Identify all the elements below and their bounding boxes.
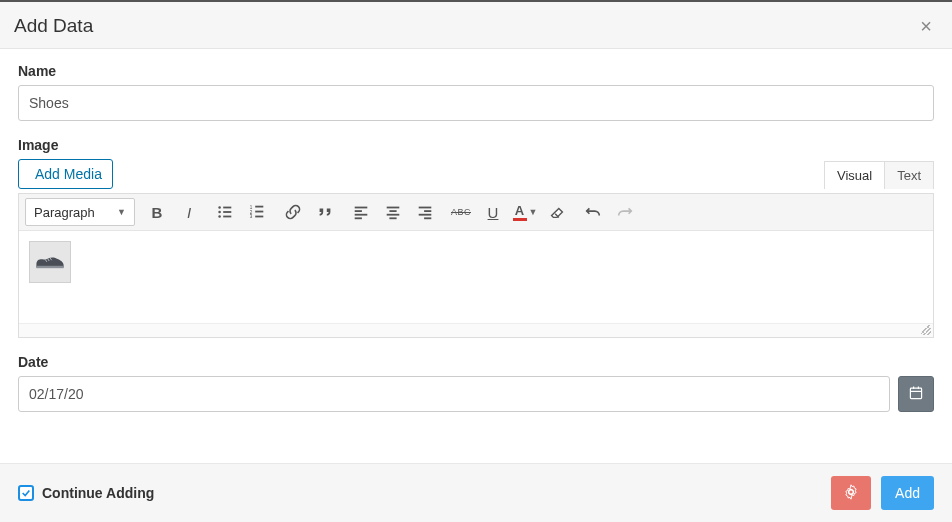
svg-rect-8: [255, 206, 263, 208]
bullet-list-button[interactable]: [211, 198, 239, 226]
content-image-thumbnail[interactable]: [29, 241, 71, 283]
modal-body: Name Image Add Media Visual Text: [0, 49, 952, 463]
clear-format-button[interactable]: [543, 198, 571, 226]
continue-adding-label: Continue Adding: [42, 485, 154, 501]
svg-rect-10: [255, 211, 263, 213]
add-media-label: Add Media: [35, 166, 102, 182]
toolbar-group-align: [347, 198, 439, 226]
svg-rect-25: [36, 265, 63, 267]
eraser-icon: [548, 203, 566, 221]
toolbar-group-format: ABC U A ▼: [447, 198, 571, 226]
image-top-row: Add Media Visual Text: [18, 159, 934, 189]
svg-rect-19: [387, 214, 400, 216]
close-icon: ×: [920, 15, 932, 37]
modal-footer: Continue Adding Add: [0, 463, 952, 522]
tab-visual[interactable]: Visual: [824, 161, 885, 189]
editor-content[interactable]: [19, 231, 933, 323]
underline-button[interactable]: U: [479, 198, 507, 226]
italic-button[interactable]: I: [175, 198, 203, 226]
name-group: Name: [18, 63, 934, 121]
bullet-list-icon: [216, 203, 234, 221]
chevron-down-icon: ▼: [117, 207, 126, 217]
continue-adding-group: Continue Adding: [18, 485, 154, 501]
svg-point-5: [218, 215, 221, 218]
modal-title: Add Data: [14, 15, 93, 37]
resize-handle[interactable]: [921, 325, 931, 335]
toolbar-group-history: [579, 198, 639, 226]
add-button[interactable]: Add: [881, 476, 934, 510]
svg-point-1: [218, 206, 221, 209]
date-label: Date: [18, 354, 934, 370]
modal-header: Add Data ×: [0, 2, 952, 49]
svg-rect-15: [355, 214, 368, 216]
svg-point-3: [218, 211, 221, 214]
link-button[interactable]: [279, 198, 307, 226]
svg-rect-22: [424, 210, 431, 212]
svg-rect-2: [223, 207, 231, 209]
format-select[interactable]: Paragraph ▼: [25, 198, 135, 226]
image-label: Image: [18, 137, 934, 153]
rich-text-editor: Paragraph ▼ B I 123: [18, 193, 934, 338]
numbered-list-button[interactable]: 123: [243, 198, 271, 226]
date-group: Date: [18, 354, 934, 412]
name-label: Name: [18, 63, 934, 79]
redo-button[interactable]: [611, 198, 639, 226]
svg-rect-6: [223, 216, 231, 218]
date-input[interactable]: [18, 376, 890, 412]
gear-icon: [843, 484, 859, 503]
svg-rect-14: [355, 210, 362, 212]
tab-text[interactable]: Text: [885, 161, 934, 189]
editor-footer: [19, 323, 933, 337]
svg-rect-13: [355, 207, 368, 209]
align-left-icon: [352, 203, 370, 221]
text-color-icon: A: [513, 204, 527, 221]
redo-icon: [616, 203, 634, 221]
align-right-icon: [416, 203, 434, 221]
toolbar-group-insert: [279, 198, 339, 226]
align-center-button[interactable]: [379, 198, 407, 226]
chevron-down-icon: ▼: [529, 207, 538, 217]
svg-rect-17: [387, 207, 400, 209]
quote-icon: [316, 203, 334, 221]
svg-rect-21: [419, 207, 432, 209]
svg-rect-18: [389, 210, 396, 212]
toolbar-group-text: B I: [143, 198, 203, 226]
svg-rect-26: [910, 388, 921, 398]
bold-icon: B: [152, 204, 163, 221]
add-button-label: Add: [895, 485, 920, 501]
strikethrough-button[interactable]: ABC: [447, 198, 475, 226]
continue-adding-checkbox[interactable]: [18, 485, 34, 501]
editor-toolbar: Paragraph ▼ B I 123: [19, 194, 933, 231]
svg-rect-12: [255, 216, 263, 218]
svg-rect-20: [389, 217, 396, 219]
svg-rect-16: [355, 217, 362, 219]
blockquote-button[interactable]: [311, 198, 339, 226]
add-media-button[interactable]: Add Media: [18, 159, 113, 189]
align-left-button[interactable]: [347, 198, 375, 226]
date-picker-button[interactable]: [898, 376, 934, 412]
align-right-button[interactable]: [411, 198, 439, 226]
svg-rect-23: [419, 214, 432, 216]
link-icon: [284, 203, 302, 221]
settings-button[interactable]: [831, 476, 871, 510]
undo-icon: [584, 203, 602, 221]
editor-tabs: Visual Text: [824, 161, 934, 189]
undo-button[interactable]: [579, 198, 607, 226]
close-button[interactable]: ×: [916, 14, 936, 38]
italic-icon: I: [187, 204, 191, 221]
shoe-icon: [34, 251, 66, 274]
numbered-list-icon: 123: [248, 203, 266, 221]
align-center-icon: [384, 203, 402, 221]
image-group: Image Add Media Visual Text Paragraph: [18, 137, 934, 338]
footer-actions: Add: [831, 476, 934, 510]
underline-icon: U: [488, 204, 499, 221]
bold-button[interactable]: B: [143, 198, 171, 226]
check-icon: [21, 488, 31, 498]
calendar-icon: [908, 385, 924, 404]
add-data-modal: Add Data × Name Image Add Media Visual: [0, 0, 952, 522]
text-color-button[interactable]: A ▼: [511, 198, 539, 226]
strikethrough-icon: ABC: [451, 207, 471, 217]
svg-rect-4: [223, 211, 231, 213]
name-input[interactable]: [18, 85, 934, 121]
svg-rect-24: [424, 217, 431, 219]
